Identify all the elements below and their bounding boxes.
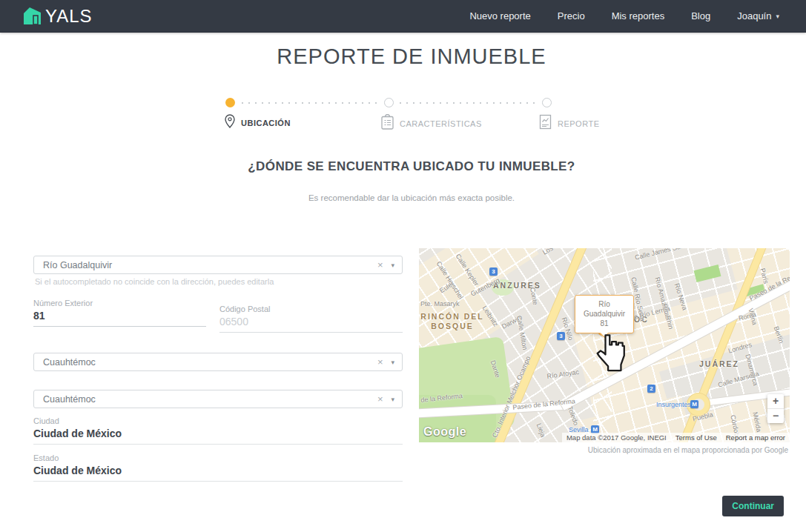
chevron-down-icon: ▾ — [776, 13, 779, 20]
street-helper-text: Si el autocompletado no coincide con la … — [35, 277, 274, 286]
chevron-down-icon[interactable]: ▾ — [391, 262, 394, 269]
clipboard-icon — [381, 114, 394, 133]
map-zoom-control: + − — [767, 394, 784, 423]
map-footnote: Ubicación aproximada en el mapa proporci… — [588, 446, 788, 454]
metro-station-icon: M — [690, 400, 698, 408]
delegation-select-value: Cuauhtémoc — [43, 357, 377, 368]
state-label: Estado — [33, 453, 403, 462]
city-input[interactable] — [33, 425, 403, 444]
map-copyright: Map data ©2017 Google, INEGI — [566, 433, 667, 442]
report-document-icon — [539, 114, 552, 133]
city-label: Ciudad — [33, 416, 403, 425]
step-dot-active — [225, 98, 235, 107]
street-select-value: Río Guadalquivir — [43, 260, 377, 270]
nav-menu: Nuevo reporte Precio Mis reportes Blog J… — [469, 10, 779, 21]
state-input[interactable] — [33, 462, 403, 481]
map-marker-tooltip: Río Guadalquivir 81 — [575, 295, 634, 333]
postal-code-field-group: Código Postal — [219, 305, 403, 333]
step-label: UBICACIÓN — [241, 119, 291, 127]
continue-button[interactable]: Continuar — [722, 496, 784, 516]
tooltip-street: Río Guadalquivir — [578, 299, 630, 319]
postal-code-label: Código Postal — [219, 305, 403, 313]
page-title: REPORTE DE INMUEBLE — [17, 44, 806, 69]
metro-station-icon: 2 — [647, 385, 655, 393]
postal-code-input[interactable] — [219, 313, 403, 332]
user-menu[interactable]: Joaquín ▾ — [737, 10, 779, 21]
zoom-in-button[interactable]: + — [767, 394, 784, 408]
navbar: YALS Nuevo reporte Precio Mis reportes B… — [0, 0, 806, 33]
page: YALS Nuevo reporte Precio Mis reportes B… — [0, 0, 806, 532]
step-ubicacion: UBICACIÓN — [225, 114, 291, 131]
exterior-number-input[interactable] — [33, 307, 206, 326]
step-dot-pending — [542, 98, 552, 107]
terms-of-use-link[interactable]: Terms of Use — [675, 433, 717, 442]
neighborhood-label: RINCÓN DEL BOSQUE — [420, 312, 484, 331]
step-connector — [400, 102, 538, 104]
hand-cursor-icon — [594, 334, 627, 376]
report-map-error-link[interactable]: Report a map error — [726, 433, 785, 442]
map[interactable]: ANZURESRINCÓN DEL BOSQUECUAUHTÉMOCJUÁREZ… — [419, 248, 790, 442]
step-label: REPORTE — [558, 119, 599, 128]
nav-item-nuevo-reporte[interactable]: Nuevo reporte — [469, 10, 530, 21]
zoom-out-button[interactable]: − — [767, 409, 784, 423]
user-name: Joaquín — [737, 10, 771, 21]
step-caracteristicas: CARACTERÍSTICAS — [381, 114, 482, 133]
location-pin-icon — [225, 114, 235, 131]
step-connector — [242, 102, 380, 104]
clear-icon[interactable]: × — [377, 356, 383, 368]
metro-station-icon: 3 — [489, 267, 498, 276]
step-dot-pending — [384, 98, 394, 107]
google-logo: Google — [423, 425, 466, 439]
section-question: ¿DÓNDE SE ENCUENTRA UBICADO TU INMUEBLE? — [17, 159, 806, 174]
metro-station-icon: 3 — [557, 332, 565, 340]
nav-item-precio[interactable]: Precio — [558, 10, 585, 21]
state-field-group: Estado — [33, 453, 403, 482]
clear-icon[interactable]: × — [377, 393, 383, 405]
chevron-down-icon[interactable]: ▾ — [391, 359, 394, 366]
neighborhood-label: JUÁREZ — [699, 359, 739, 368]
exterior-number-field-group: Número Exterior — [33, 299, 206, 327]
tooltip-number: 81 — [578, 319, 630, 328]
brand-name: YALS — [45, 6, 93, 27]
nav-item-mis-reportes[interactable]: Mis reportes — [612, 10, 665, 21]
chevron-down-icon[interactable]: ▾ — [391, 396, 394, 403]
step-label: CARACTERÍSTICAS — [400, 119, 482, 128]
city-field-group: Ciudad — [33, 416, 403, 445]
street-label: Pte. Masaryk — [420, 300, 460, 307]
section-hint: Es recomendable dar la ubicación más exa… — [17, 193, 806, 202]
neighborhood-select[interactable]: Cuauhtémoc × ▾ — [33, 390, 403, 408]
step-reporte: REPORTE — [539, 114, 599, 133]
delegation-select[interactable]: Cuauhtémoc × ▾ — [33, 353, 403, 371]
street-select[interactable]: Río Guadalquivir × ▾ — [33, 256, 403, 274]
house-logo-icon — [22, 4, 42, 28]
street-label: Insurgentes — [656, 401, 691, 408]
nav-item-blog[interactable]: Blog — [691, 10, 710, 21]
neighborhood-select-value: Cuauhtémoc — [43, 394, 377, 405]
clear-icon[interactable]: × — [377, 259, 383, 270]
map-attribution: Map data ©2017 Google, INEGI Terms of Us… — [562, 433, 790, 442]
exterior-number-label: Número Exterior — [33, 299, 206, 307]
brand-logo[interactable]: YALS — [22, 4, 93, 28]
